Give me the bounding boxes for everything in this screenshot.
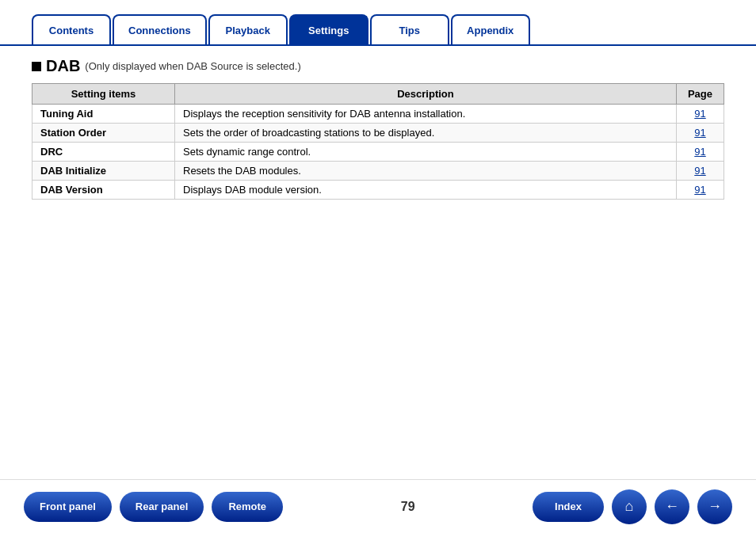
setting-page[interactable]: 91: [677, 162, 724, 181]
setting-item: DAB Initialize: [32, 162, 175, 181]
tab-appendix[interactable]: Appendix: [451, 14, 530, 44]
table-row: Tuning AidDisplays the reception sensiti…: [32, 105, 724, 124]
page-link[interactable]: 91: [694, 146, 705, 158]
setting-page[interactable]: 91: [677, 143, 724, 162]
settings-table: Setting items Description Page Tuning Ai…: [32, 83, 724, 200]
forward-button[interactable]: →: [697, 489, 732, 524]
home-button[interactable]: ⌂: [612, 489, 647, 524]
page-link[interactable]: 91: [694, 127, 705, 139]
setting-description: Sets the order of broadcasting stations …: [175, 124, 677, 143]
table-row: DRCSets dynamic range control.91: [32, 143, 724, 162]
back-button[interactable]: ←: [655, 489, 689, 524]
navigation-tabs: ContentsConnectionsPlaybackSettingsTipsA…: [0, 0, 756, 46]
setting-item: DRC: [32, 143, 175, 162]
table-row: DAB VersionDisplays DAB module version.9…: [32, 181, 724, 200]
tab-connections[interactable]: Connections: [113, 14, 207, 44]
remote-button[interactable]: Remote: [212, 492, 283, 522]
section-title: DAB: [46, 57, 80, 75]
back-icon: ←: [665, 498, 679, 515]
setting-description: Displays the reception sensitivity for D…: [175, 105, 677, 124]
forward-icon: →: [708, 498, 722, 515]
col-header-setting: Setting items: [32, 84, 175, 105]
col-header-page: Page: [677, 84, 724, 105]
home-icon: ⌂: [625, 498, 634, 515]
tab-playback[interactable]: Playback: [208, 14, 288, 44]
footer-left: Front panel Rear panel Remote: [24, 492, 283, 522]
setting-description: Resets the DAB modules.: [175, 162, 677, 181]
section-icon: [32, 62, 41, 71]
setting-description: Sets dynamic range control.: [175, 143, 677, 162]
section-subtitle: (Only displayed when DAB Source is selec…: [85, 60, 300, 72]
page-link[interactable]: 91: [694, 184, 705, 196]
setting-item: Tuning Aid: [32, 105, 175, 124]
page-link[interactable]: 91: [694, 108, 705, 120]
table-row: DAB InitializeResets the DAB modules.91: [32, 162, 724, 181]
footer: Front panel Rear panel Remote 79 Index ⌂…: [0, 479, 756, 533]
page-link[interactable]: 91: [694, 165, 705, 177]
main-content: DAB (Only displayed when DAB Source is s…: [0, 46, 756, 211]
col-header-description: Description: [175, 84, 677, 105]
page-number: 79: [401, 500, 415, 514]
tab-settings[interactable]: Settings: [289, 14, 368, 44]
table-header-row: Setting items Description Page: [32, 84, 724, 105]
tab-tips[interactable]: Tips: [370, 14, 449, 44]
tab-contents[interactable]: Contents: [32, 14, 111, 44]
rear-panel-button[interactable]: Rear panel: [120, 492, 204, 522]
table-row: Station OrderSets the order of broadcast…: [32, 124, 724, 143]
setting-item: Station Order: [32, 124, 175, 143]
setting-item: DAB Version: [32, 181, 175, 200]
footer-right: Index ⌂ ← →: [533, 489, 732, 524]
setting-page[interactable]: 91: [677, 105, 724, 124]
front-panel-button[interactable]: Front panel: [24, 492, 112, 522]
index-button[interactable]: Index: [533, 492, 604, 522]
setting-description: Displays DAB module version.: [175, 181, 677, 200]
section-heading: DAB (Only displayed when DAB Source is s…: [32, 57, 724, 75]
setting-page[interactable]: 91: [677, 181, 724, 200]
setting-page[interactable]: 91: [677, 124, 724, 143]
